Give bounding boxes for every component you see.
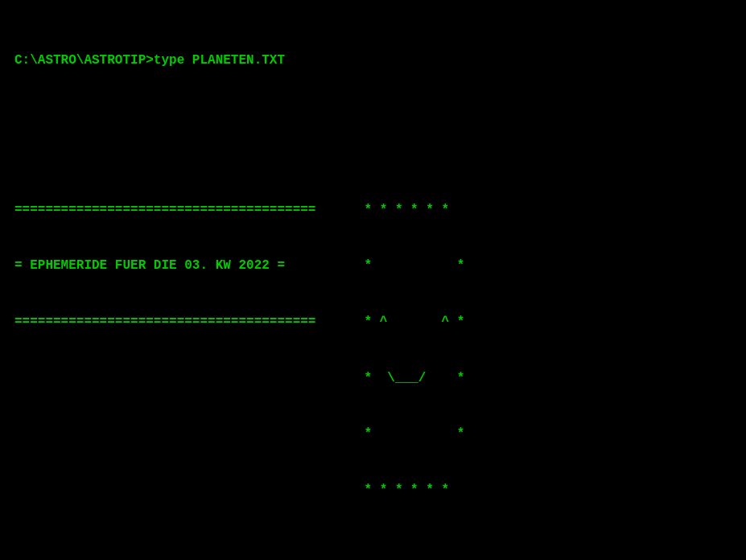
ascii-line-3: * ^ ^ * [364,313,464,331]
title-line: = EPHEMERIDE FUER DIE 03. KW 2022 = [14,257,315,275]
ascii-art-block: * * * * * * * * * ^ ^ * * \___/ * * * * … [364,164,464,537]
ascii-line-5: * * [364,425,464,443]
command-line: C:\ASTRO\ASTROTIP>type PLANETEN.TXT [14,51,732,70]
ascii-line-1: * * * * * * [364,201,464,220]
ascii-line-6: * * * * * * [364,481,464,500]
header-block: ======================================= … [14,164,315,537]
separator-top: ======================================= [14,201,315,220]
separator-bottom: ======================================= [14,313,315,331]
terminal: C:\ASTRO\ASTROTIP>type PLANETEN.TXT ====… [14,14,732,560]
empty-line [14,108,732,126]
ascii-line-4: * \___/ * [364,369,464,388]
ascii-line-2: * * [364,257,464,275]
